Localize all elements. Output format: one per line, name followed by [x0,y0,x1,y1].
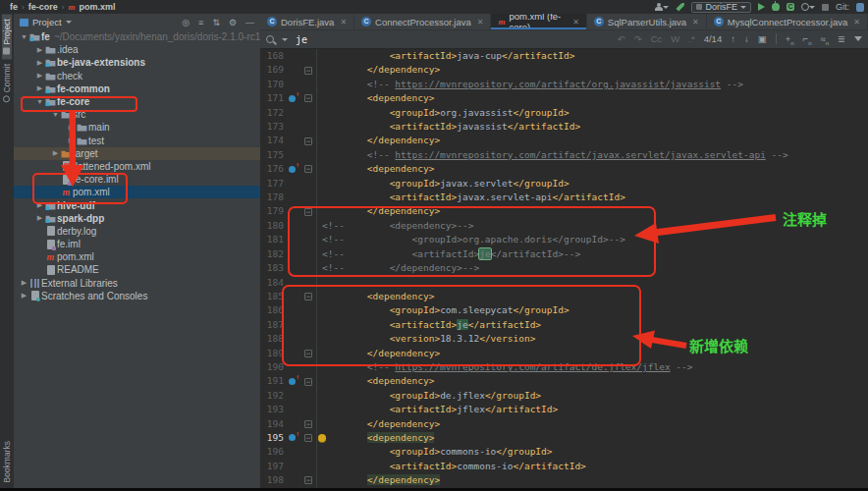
breadcrumb-item[interactable]: pom.xml [79,2,115,12]
close-icon[interactable]: ✕ [477,18,484,27]
code-line[interactable]: 187 <artifactId>je</artifactId> [260,318,868,332]
code-line[interactable]: 194– </dependency> [260,417,868,431]
search-input[interactable]: je [296,34,307,45]
tree-item-target[interactable]: ▶target [14,147,260,160]
fold-marker[interactable]: – [301,431,315,445]
code-line[interactable]: 170 <!-- https://mvnrepository.com/artif… [260,78,868,91]
tree-item-readme[interactable]: README [14,263,260,276]
tree-item-derby-log[interactable]: derby.log [14,225,260,238]
code-line[interactable]: 169– </dependency> [260,63,868,77]
chevron-right-icon[interactable]: ▶ [20,292,28,300]
code-line[interactable]: 172 <groupId>org.javassist</groupId> [260,106,868,120]
close-icon[interactable]: ✕ [853,18,860,27]
tree-item-pom-xml[interactable]: mpom.xml [14,186,260,198]
code-line[interactable]: 196 <groupId>commons-io</groupId> [260,445,868,459]
comment-link[interactable]: https://mvnrepository.com/artifact/javax… [395,149,766,160]
chevron-down-icon[interactable]: ▼ [35,98,44,105]
tab-mysqlconnectprocessor-java[interactable]: CMysqlConnectProcessor.java✕ [707,14,868,29]
select-in-view-icon[interactable]: ▣ [758,33,767,44]
fold-marker[interactable]: – [301,63,315,77]
code-editor[interactable]: 168 <artifactId>java-cup</artifactId>169… [260,49,868,488]
redo-icon[interactable]: ↷ [634,33,642,44]
tree-item-test[interactable]: ▶test [14,135,260,147]
comment-link[interactable]: https://mvnrepository.com/artifact/de.jf… [395,361,670,372]
code-line[interactable]: 173 <artifactId>javassist</artifactId> [260,120,868,134]
tree-item-main[interactable]: ▶main [14,121,260,134]
tree-item-check[interactable]: ▶check [14,70,260,82]
code-line[interactable]: 181<!-- <groupId>org.apache.doris</group… [260,233,868,246]
expand-all-icon[interactable]: ≡ [198,18,203,27]
debug-button[interactable] [772,2,780,13]
tool-window-commit[interactable]: Commit [2,59,12,107]
build-wrench-icon[interactable] [676,2,684,13]
fold-marker[interactable]: – [301,417,315,431]
next-match-button[interactable]: ↓ [744,33,749,44]
code-line[interactable]: 184 [260,276,868,290]
code-line[interactable]: 174– </dependency> [260,134,868,147]
code-line[interactable]: 186 <groupId>com.sleepycat</groupId> [260,303,868,317]
select-all-occurrences-icon[interactable]: ≈n [820,33,829,46]
chevron-right-icon[interactable]: ▶ [67,124,76,132]
stop-button[interactable] [822,2,829,13]
code-line[interactable]: 183<!-- </dependency>--> [260,261,868,275]
tab-sqlparserutils-java[interactable]: CSqlParserUtils.java✕ [587,14,707,29]
tree-item-fe-common[interactable]: ▶fe-common [14,82,260,95]
code-line[interactable]: 182<!-- <artifactId>je</artifactId>--> [260,247,868,261]
search-history-chevron[interactable] [282,38,288,41]
run-button[interactable] [758,2,765,13]
code-line[interactable]: 192 <groupId>de.jflex</groupId> [260,389,868,403]
search-options-icon[interactable]: ≣ [838,33,845,44]
code-line[interactable]: 179– </dependency> [260,204,868,218]
code-line[interactable]: 178 <artifactId>javax.servlet-api</artif… [260,191,868,204]
match-case-toggle[interactable]: Cc [651,33,663,44]
collapse-all-icon[interactable]: ⇅ [212,18,220,27]
hide-panel-icon[interactable]: — [245,18,254,27]
code-line[interactable]: 180<!-- <dependency>--> [260,219,868,233]
code-line[interactable]: 193 <artifactId>jflex</artifactId> [260,403,868,416]
code-line[interactable]: 189– </dependency> [260,347,868,360]
chevron-right-icon[interactable]: ▶ [67,136,76,144]
code-line[interactable]: 190 <!-- https://mvnrepository.com/artif… [260,360,868,374]
chevron-right-icon[interactable]: ▶ [35,84,44,92]
previous-match-button[interactable]: ↑ [731,33,735,44]
code-line[interactable]: 175 <!-- https://mvnrepository.com/artif… [260,148,868,162]
chevron-down-icon[interactable]: ▼ [51,111,60,118]
tree-item-fe-core[interactable]: ▼fe-core [14,95,260,108]
tree-item-pom-xml[interactable]: mpom.xml [14,250,260,263]
close-icon[interactable]: ✕ [340,18,347,27]
profiler-button[interactable] [801,2,815,13]
git-update-icon[interactable] [856,2,864,13]
code-line[interactable]: 188 <version>18.3.12</version> [260,332,868,346]
tree-item-fe[interactable]: ▼fe~/Documents/yaxin/henan_doris/doris-2… [14,30,260,43]
code-line[interactable]: 191↑– <dependency> [260,374,868,388]
tree-item-external-libraries[interactable]: ▶External Libraries [14,277,260,290]
code-line[interactable]: 197 <artifactId>commons-io</artifactId> [260,460,868,473]
comment-link[interactable]: https://mvnrepository.com/artifact/org.j… [395,79,721,89]
coverage-button[interactable]: C [787,2,794,13]
gear-icon[interactable]: ⚙ [229,18,237,27]
code-line[interactable]: 198– </dependency> [260,473,868,487]
tree-item-scratches-and-consoles[interactable]: ▶Scratches and Consoles [14,290,260,302]
remove-occurrence-icon[interactable]: ⌐n [803,33,812,46]
code-line[interactable]: 185– <dependency> [260,290,868,303]
run-configuration-select[interactable]: DorisFE [691,2,751,13]
chevron-down-icon[interactable]: ▼ [20,33,28,40]
tool-window-bookmarks[interactable]: Bookmarks [2,436,12,488]
tree-item-src[interactable]: ▼src [14,108,260,121]
close-icon[interactable]: ✕ [572,18,579,27]
dependency-gutter-icon[interactable]: ↑ [287,431,301,445]
tree-item-spark-dpp[interactable]: ▶spark-dpp [14,212,260,225]
tree-item-hive-udf[interactable]: ▶hive-udf [14,198,260,211]
regex-toggle[interactable]: .* [688,33,694,44]
chevron-right-icon[interactable]: ▶ [35,201,44,209]
dependency-gutter-icon[interactable]: ↑ [287,91,301,105]
chevron-right-icon[interactable]: ▶ [20,279,28,287]
code-line[interactable]: 176↑– <dependency> [260,162,868,176]
chevron-right-icon[interactable]: ▶ [51,149,60,157]
intention-bulb-icon[interactable] [318,434,326,442]
code-line[interactable]: 168 <artifactId>java-cup</artifactId> [260,49,868,63]
fold-marker[interactable]: – [301,473,315,487]
tool-window-project[interactable]: Project [2,14,12,59]
chevron-right-icon[interactable]: ▶ [35,46,44,54]
fold-marker[interactable]: – [301,134,315,147]
